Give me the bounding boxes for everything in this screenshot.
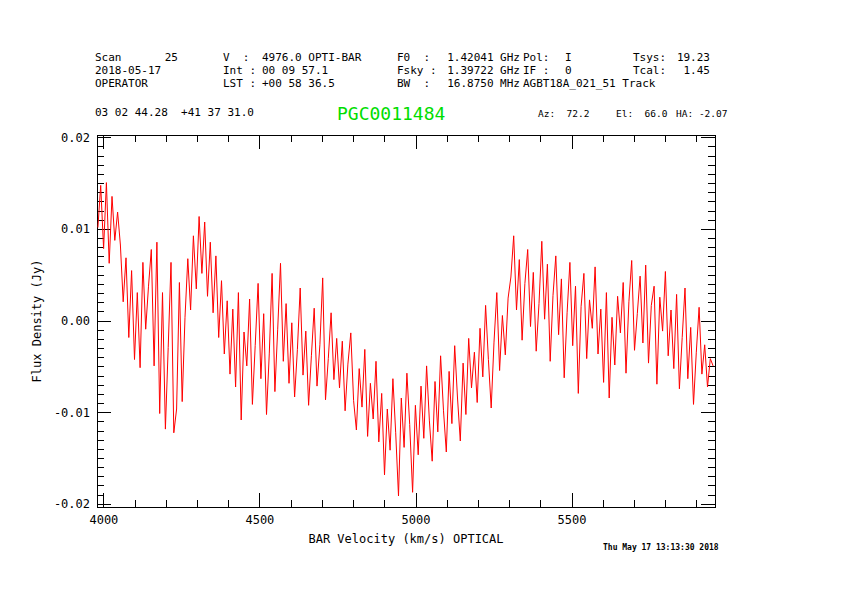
- timestamp: Thu May 17 13:13:30 2018: [603, 543, 719, 552]
- y-tick-labels: 0.020.010.00-0.01-0.02: [54, 131, 90, 512]
- y-tick-label: 0.00: [61, 314, 90, 328]
- gbtidl-plotter-window: Scan 25 V : 4976.0 OPTI-BAR F0 : 1.42041…: [0, 0, 842, 595]
- x-ticks: [104, 135, 697, 507]
- spectrum-plot: 40004500500055000.020.010.00-0.01-0.02: [0, 0, 842, 595]
- y-ticks: [97, 138, 715, 505]
- x-tick-labels: 4000450050005500: [89, 513, 586, 527]
- x-tick-label: 5000: [402, 513, 431, 527]
- x-tick-label: 4500: [245, 513, 274, 527]
- y-tick-label: -0.01: [54, 406, 90, 420]
- y-tick-label: 0.01: [61, 222, 90, 236]
- y-axis-title: Flux Density (Jy): [30, 260, 44, 383]
- spectrum-trace: [98, 183, 713, 496]
- plot-frame: [97, 135, 715, 507]
- y-tick-label: -0.02: [54, 497, 90, 511]
- x-tick-label: 5500: [558, 513, 587, 527]
- y-tick-label: 0.02: [61, 131, 90, 145]
- x-tick-label: 4000: [89, 513, 118, 527]
- x-axis-title: BAR Velocity (km/s) OPTICAL: [308, 532, 503, 546]
